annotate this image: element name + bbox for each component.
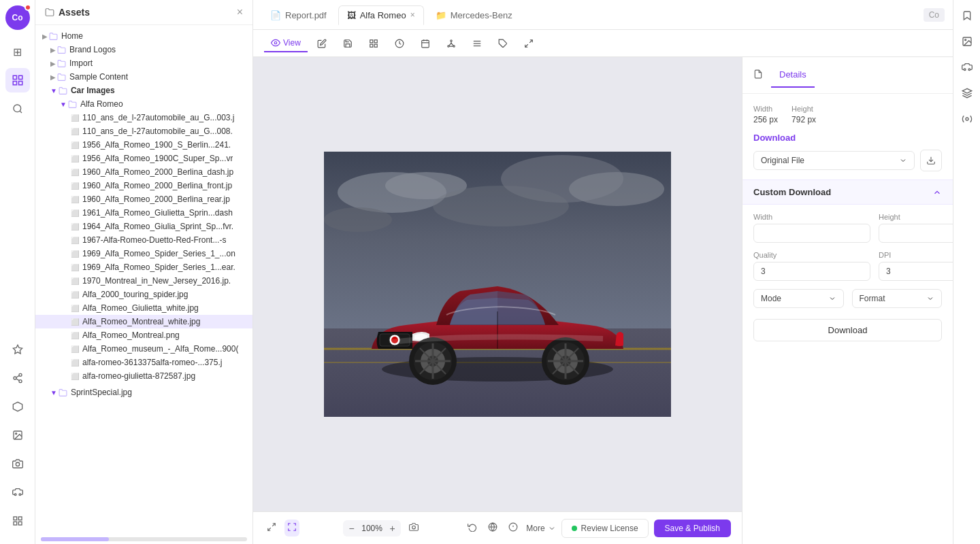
tree-item-import[interactable]: ▶ Import — [35, 56, 252, 70]
list-item[interactable]: ⬜alfa-romeo-giulietta-872587.jpg — [35, 369, 252, 383]
list-item[interactable]: ⬜1960_Alfa_Romeo_2000_Berlina_rear.jp — [35, 192, 252, 206]
assets-icon-btn[interactable] — [5, 68, 30, 92]
list-item[interactable]: ⬜1960_Alfa_Romeo_2000_Berlina_dash.jp — [35, 165, 252, 179]
tab-close-button[interactable]: × — [410, 11, 415, 19]
list-item[interactable]: ⬜1964_Alfa_Romeo_Giulia_Sprint_Sp...fvr. — [35, 220, 252, 233]
svg-point-7 — [19, 380, 22, 383]
svg-point-29 — [448, 45, 449, 46]
list-item[interactable]: ⬜alfa-romeo-3613375alfa-romeo-...375.j — [35, 356, 252, 369]
scrollbar-track[interactable] — [35, 534, 252, 544]
panel-doc-icon[interactable] — [751, 67, 766, 84]
tree-item-car-images[interactable]: ▼ Car Images — [35, 84, 252, 97]
panel-close-button[interactable]: × — [237, 7, 243, 18]
width-label: Width — [753, 105, 778, 113]
user-avatar[interactable]: Co — [5, 5, 30, 30]
list-item[interactable]: ⬜1956_Alfa_Romeo_1900C_Super_Sp...vr — [35, 152, 252, 165]
import-label: Import — [69, 58, 93, 68]
dimensions-row: Width 256 px Height 792 px — [753, 105, 942, 124]
save-publish-button[interactable]: Save & Publish — [654, 520, 731, 537]
list-item[interactable]: ⬜110_ans_de_l-27automobile_au_G...003.j — [35, 111, 252, 124]
tree-item-sample-content[interactable]: ▶ Sample Content — [35, 70, 252, 84]
tree-item-latest-uploads[interactable]: ▼ SprintSpecial.jpg — [35, 386, 252, 399]
quality-group: Quality — [753, 251, 870, 281]
list-item[interactable]: ⬜Alfa_2000_touring_spider.jpg — [35, 288, 252, 301]
tab-details[interactable]: Details — [771, 63, 815, 88]
list-item-selected[interactable]: ⬜Alfa_Romeo_Montreal_white.jpg — [35, 315, 252, 328]
save-button[interactable] — [336, 35, 359, 52]
tag-button[interactable] — [491, 35, 514, 52]
width-value: 256 px — [753, 115, 778, 124]
tag-icon-btn[interactable] — [5, 394, 30, 419]
fit-view-button[interactable] — [264, 520, 279, 537]
list-item[interactable]: ⬜Alfa_Romeo_museum_-_Alfa_Rome...900( — [35, 342, 252, 356]
svg-point-18 — [274, 41, 277, 44]
mode-select[interactable]: Mode — [753, 289, 844, 308]
navigate-button[interactable] — [485, 520, 500, 537]
more-button[interactable]: More — [526, 524, 555, 533]
view-button[interactable]: View — [264, 35, 308, 52]
clock-button[interactable] — [388, 35, 411, 52]
list-item[interactable]: ⬜1969_Alfa_Romeo_Spider_Series_1...ear. — [35, 260, 252, 274]
dashboard-icon-btn[interactable]: ⊞ — [5, 39, 30, 64]
edit-button[interactable] — [310, 35, 333, 52]
camera-snapshot-button[interactable] — [406, 520, 421, 537]
custom-width-group: Width — [753, 213, 870, 243]
download-action-button[interactable]: Download — [753, 319, 942, 341]
expand-button[interactable] — [517, 35, 540, 52]
list-item[interactable]: ⬜Alfa_Romeo_Montreal.png — [35, 328, 252, 342]
list-item[interactable]: ⬜1960_Alfa_Romeo_2000_Berlina_front.jp — [35, 179, 252, 192]
download-icon-button[interactable] — [920, 150, 942, 171]
hierarchy-button[interactable] — [440, 35, 463, 52]
list-item[interactable]: ⬜110_ans_de_l-27automobile_au_G...008. — [35, 124, 252, 138]
quality-input[interactable] — [753, 262, 870, 281]
tab-alfa-romeo[interactable]: 🖼 Alfa Romeo × — [338, 5, 424, 25]
review-status-dot — [572, 526, 577, 531]
tree-item-home[interactable]: ▶ Home — [35, 29, 252, 43]
dpi-input[interactable] — [879, 262, 953, 281]
file-format-select[interactable]: Original File — [753, 151, 915, 170]
tab-mercedes[interactable]: 📁 Mercedes-Benz — [427, 5, 521, 24]
list-item[interactable]: ⬜1970_Montreal_in_New_Jersey_2016.jp. — [35, 274, 252, 288]
original-file-label: Original File — [761, 156, 804, 165]
chevron-down-icon: ▼ — [50, 389, 57, 396]
alfa-romeo-folder-label: Alfa Romeo — [80, 99, 123, 109]
car-icon-btn[interactable] — [5, 480, 30, 505]
layers-far-icon[interactable] — [957, 83, 977, 103]
refresh-button[interactable] — [465, 520, 480, 537]
calendar-button[interactable] — [414, 35, 437, 52]
plugin-icon-btn[interactable] — [5, 337, 30, 362]
list-item[interactable]: ⬜1969_Alfa_Romeo_Spider_Series_1_...on — [35, 247, 252, 260]
file-tree: ▶ Home ▶ Brand Logos ▶ Import ▶ Sample C… — [35, 25, 252, 534]
tab-report[interactable]: 📄 Report.pdf — [261, 5, 336, 24]
photo-far-icon[interactable] — [957, 31, 977, 52]
fullscreen-button[interactable] — [284, 520, 299, 537]
grid-view-button[interactable] — [362, 35, 385, 52]
chevron-right-icon: ▶ — [50, 46, 56, 54]
zoom-in-button[interactable]: + — [390, 523, 395, 534]
list-item[interactable]: ⬜1961_Alfa_Romeo_Giulietta_Sprin...dash — [35, 206, 252, 220]
settings-far-icon[interactable] — [957, 109, 977, 129]
tree-item-brand-logos[interactable]: ▶ Brand Logos — [35, 43, 252, 56]
grid-icon-btn[interactable] — [5, 509, 30, 533]
photo-icon-btn[interactable] — [5, 423, 30, 447]
car-images-label: Car Images — [71, 86, 115, 95]
list-item[interactable]: ⬜1956_Alfa_Romeo_1900_S_Berlin...241. — [35, 138, 252, 152]
list-item[interactable]: ⬜1967-Alfa-Romeo-Duetto-Red-Front...-s — [35, 233, 252, 247]
custom-height-input[interactable] — [879, 224, 953, 243]
tree-item-alfa-romeo[interactable]: ▼ Alfa Romeo — [35, 97, 252, 111]
tab-bar: 📄 Report.pdf 🖼 Alfa Romeo × 📁 Mercedes-B… — [253, 0, 953, 30]
search-icon-btn[interactable] — [5, 97, 30, 121]
svg-point-5 — [19, 373, 22, 376]
list-item[interactable]: ⬜Alfa_Romeo_Giulietta_white.jpg — [35, 301, 252, 315]
svg-point-43 — [324, 207, 392, 232]
info-button[interactable] — [506, 520, 521, 537]
table-button[interactable] — [466, 35, 489, 52]
format-select[interactable]: Format — [852, 289, 943, 308]
review-license-button[interactable]: Review License — [561, 519, 649, 538]
car-far-icon[interactable] — [957, 57, 977, 78]
share-icon-btn[interactable] — [5, 366, 30, 390]
camera-icon-btn[interactable] — [5, 452, 30, 476]
custom-width-input[interactable] — [753, 224, 870, 243]
bookmark-icon[interactable] — [957, 5, 977, 26]
zoom-out-button[interactable]: − — [348, 523, 354, 534]
